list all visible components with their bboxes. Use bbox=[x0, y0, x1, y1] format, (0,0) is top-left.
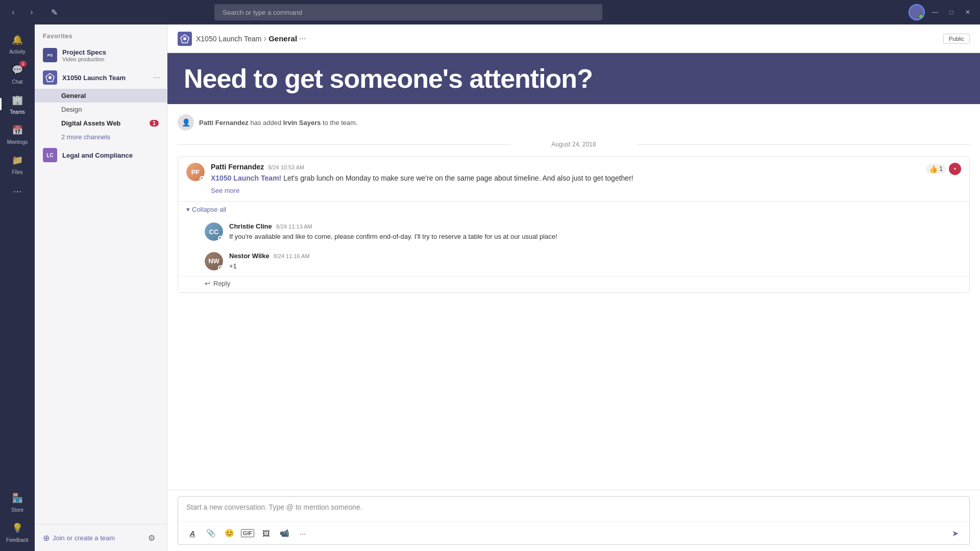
more-tool[interactable]: ··· bbox=[295, 525, 311, 541]
send-button[interactable]: ➤ bbox=[947, 525, 963, 541]
team-avatar-x1050 bbox=[43, 70, 57, 85]
reply-christie-time: 8/24 11:13 AM bbox=[276, 223, 312, 230]
channel-design[interactable]: Design bbox=[35, 103, 167, 116]
reply-button[interactable]: ↩ Reply bbox=[178, 276, 969, 292]
reply-nestor-body: +1 bbox=[229, 261, 961, 271]
sidebar-item-chat[interactable]: 💬 1 Chat bbox=[0, 59, 35, 89]
send-icon: ➤ bbox=[952, 529, 959, 538]
reply-nestor-header: Nestor Wilke 8/24 11:16 AM bbox=[229, 252, 961, 260]
sidebar-item-feedback[interactable]: 💡 Feedback bbox=[0, 517, 35, 547]
close-button[interactable]: ✕ bbox=[962, 6, 974, 18]
join-team-icon: ⊕ bbox=[43, 533, 50, 543]
files-label: Files bbox=[12, 169, 22, 175]
see-more-link[interactable]: See more bbox=[211, 184, 961, 195]
more-compose-icon: ··· bbox=[300, 529, 306, 538]
collapse-all-button[interactable]: ▾ Collapse all bbox=[178, 201, 969, 217]
reply-nestor-author: Nestor Wilke bbox=[229, 252, 270, 260]
team-project-specs[interactable]: PS Project Specs Video production bbox=[35, 44, 167, 66]
avatar-christie-status bbox=[218, 236, 223, 241]
compose-input[interactable]: Start a new conversation. Type @ to ment… bbox=[178, 497, 969, 521]
see-more-text[interactable]: See more bbox=[211, 187, 239, 194]
feedback-label: Feedback bbox=[6, 537, 29, 543]
digital-assets-badge: 1 bbox=[150, 120, 159, 127]
attach-tool[interactable]: 📎 bbox=[203, 525, 219, 541]
message-mention: X1050 Launch Team! bbox=[211, 174, 281, 182]
format-tool[interactable]: A bbox=[184, 525, 201, 541]
titlebar: ‹ › ✎ — □ ✕ bbox=[0, 0, 980, 24]
emoji-tool[interactable]: 😊 bbox=[221, 525, 237, 541]
video-tool[interactable]: 📹 bbox=[276, 525, 292, 541]
maximize-button[interactable]: □ bbox=[945, 6, 958, 18]
date-divider: August 24, 2018 bbox=[178, 141, 970, 148]
public-badge: Public bbox=[943, 34, 970, 44]
channel-name: General bbox=[268, 34, 297, 43]
sticker-tool[interactable]: 🖼 bbox=[258, 525, 274, 541]
attention-text: Need to get someone's attention? bbox=[184, 63, 964, 94]
settings-icon: ⚙ bbox=[148, 533, 155, 543]
minimize-button[interactable]: — bbox=[929, 6, 941, 18]
compose-toolbar: A 📎 😊 GIF 🖼 📹 bbox=[178, 521, 969, 544]
compose-area: Start a new conversation. Type @ to ment… bbox=[167, 490, 980, 551]
team-x1050[interactable]: X1050 Launch Team ··· bbox=[35, 66, 167, 89]
activity-icon: 🔔 bbox=[10, 33, 24, 47]
reaction-like[interactable]: 👍 1 bbox=[926, 164, 946, 174]
sidebar-item-activity[interactable]: 🔔 Activity bbox=[0, 29, 35, 59]
team-legal[interactable]: LC Legal and Compliance bbox=[35, 144, 167, 166]
more-icon: ... bbox=[13, 183, 22, 195]
svg-point-1 bbox=[183, 37, 186, 40]
main-layout: 🔔 Activity 💬 1 Chat 🏢 Teams 📅 Meetings 📁… bbox=[0, 24, 980, 551]
left-nav: 🔔 Activity 💬 1 Chat 🏢 Teams 📅 Meetings 📁… bbox=[0, 24, 35, 551]
attach-icon: 📎 bbox=[206, 529, 216, 538]
back-button[interactable]: ‹ bbox=[6, 5, 20, 19]
compose-button[interactable]: ✎ bbox=[47, 5, 61, 19]
system-message-text: Patti Fernandez has added Irvin Sayers t… bbox=[199, 119, 358, 127]
channel-general-label: General bbox=[61, 92, 86, 99]
chat-badge: 1 bbox=[19, 61, 27, 67]
avatar-nestor-status bbox=[218, 265, 223, 270]
message-thread: PF Patti Fernandez 8/24 10:53 AM X1050 L… bbox=[178, 156, 970, 293]
channel-general[interactable]: General bbox=[35, 89, 167, 103]
forward-button[interactable]: › bbox=[24, 5, 39, 19]
compose-box: Start a new conversation. Type @ to ment… bbox=[178, 496, 970, 545]
join-team-button[interactable]: ⊕ Join or create a team bbox=[43, 533, 115, 543]
sidebar-item-teams[interactable]: 🏢 Teams bbox=[0, 89, 35, 119]
team-more-button[interactable]: ··· bbox=[151, 71, 163, 84]
chat-icon: 💬 1 bbox=[10, 63, 24, 77]
nav-controls: ‹ › bbox=[6, 5, 39, 19]
sidebar-item-meetings[interactable]: 📅 Meetings bbox=[0, 119, 35, 149]
meetings-label: Meetings bbox=[7, 139, 28, 145]
team-name-project-specs: Project Specs Video production bbox=[62, 48, 163, 62]
gif-tool[interactable]: GIF bbox=[239, 525, 256, 541]
message-patti-time: 8/24 10:53 AM bbox=[268, 164, 304, 170]
video-icon: 📹 bbox=[280, 529, 289, 538]
activity-label: Activity bbox=[9, 49, 26, 55]
reply-christie: CC Christie Cline 8/24 11:13 AM If you'r… bbox=[178, 217, 969, 247]
search-bar[interactable] bbox=[214, 4, 602, 20]
team-avatar-project-specs: PS bbox=[43, 48, 57, 62]
message-patti-content: Patti Fernandez 8/24 10:53 AM X1050 Laun… bbox=[211, 163, 961, 195]
channel-header: X1050 Launch Team › General ··· Public bbox=[167, 24, 980, 53]
channel-path: X1050 Launch Team › General ··· bbox=[196, 33, 306, 44]
message-patti-body: X1050 Launch Team! Let's grab lunch on M… bbox=[211, 173, 961, 184]
user-avatar[interactable] bbox=[909, 4, 925, 20]
sidebar-item-files[interactable]: 📁 Files bbox=[0, 149, 35, 179]
avatar-patti-status bbox=[200, 176, 205, 181]
reply-label: Reply bbox=[213, 280, 230, 287]
reply-nestor-time: 8/24 11:16 AM bbox=[274, 253, 310, 259]
emoji-icon: 😊 bbox=[225, 529, 234, 538]
channel-digital-assets-web[interactable]: Digital Assets Web 1 bbox=[35, 116, 167, 130]
more-apps-button[interactable]: ... bbox=[0, 179, 35, 199]
more-channels-link[interactable]: 2 more channels bbox=[35, 130, 167, 144]
reply-christie-header: Christie Cline 8/24 11:13 AM bbox=[229, 222, 961, 230]
settings-button[interactable]: ⚙ bbox=[144, 531, 159, 545]
channel-digital-assets-label: Digital Assets Web bbox=[61, 119, 120, 127]
reply-nestor: NW Nestor Wilke 8/24 11:16 AM +1 bbox=[178, 247, 969, 277]
channel-ellipsis-button[interactable]: ··· bbox=[299, 34, 306, 43]
reply-nestor-content: Nestor Wilke 8/24 11:16 AM +1 bbox=[229, 252, 961, 271]
messages-area[interactable]: 👤 Patti Fernandez has added Irvin Sayers… bbox=[167, 104, 980, 490]
reaction-avatar: + bbox=[949, 163, 961, 175]
sidebar-item-store[interactable]: 🏪 Store bbox=[0, 487, 35, 517]
search-input[interactable] bbox=[223, 9, 594, 16]
files-icon: 📁 bbox=[10, 153, 24, 167]
team-avatar-legal: LC bbox=[43, 148, 57, 162]
